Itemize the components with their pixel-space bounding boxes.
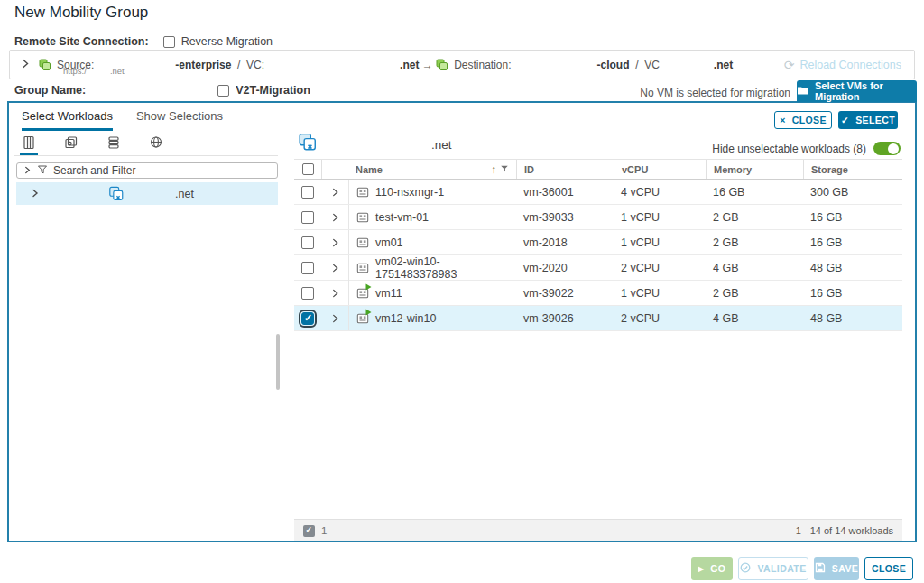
- vm-id: vm-36001: [516, 180, 614, 204]
- destination-site-icon: [436, 59, 448, 71]
- expand-chevron-icon[interactable]: [21, 59, 30, 71]
- save-floppy-icon: [815, 562, 826, 575]
- vm-storage: 16 GB: [803, 230, 902, 254]
- filter-funnel-icon: [37, 164, 48, 178]
- select-all-checkbox[interactable]: [302, 163, 314, 175]
- close-dialog-button[interactable]: CLOSE: [864, 557, 913, 580]
- source-name: -enterprise: [175, 59, 231, 71]
- row-checkbox[interactable]: [301, 312, 314, 325]
- reload-connections-button[interactable]: ⟳ Reload Connections: [784, 58, 901, 72]
- search-expand-chevron-icon[interactable]: [23, 164, 32, 177]
- tree-item-site[interactable]: .net: [16, 182, 278, 205]
- row-checkbox[interactable]: [301, 236, 314, 249]
- hcx-site-icon: [108, 186, 125, 202]
- row-checkbox[interactable]: [301, 287, 314, 300]
- table-row[interactable]: vm02-win10-1751483378983 vm-2020 2 vCPU …: [294, 255, 902, 281]
- column-vcpu[interactable]: vCPU: [614, 160, 706, 179]
- check-icon: ✓: [841, 115, 849, 125]
- vm-memory: 2 GB: [706, 205, 803, 229]
- tree-expand-chevron-icon[interactable]: [31, 188, 40, 200]
- left-pane-scrollbar[interactable]: [276, 334, 280, 390]
- vm-name: vm12-win10: [375, 312, 436, 325]
- network-icon-tab[interactable]: [147, 134, 165, 155]
- table-row[interactable]: vm01 vm-2018 1 vCPU 2 GB 16 GB: [294, 230, 902, 255]
- table-row[interactable]: test-vm-01 vm-39033 1 vCPU 2 GB 16 GB: [294, 205, 902, 230]
- selected-count: 1: [321, 525, 327, 536]
- workloads-table-footer: 1 1 - 14 of 14 workloads: [294, 519, 902, 541]
- vm-name: test-vm-01: [375, 211, 429, 224]
- storage-icon-tab[interactable]: [105, 134, 123, 155]
- arrow-right-icon: →: [422, 59, 433, 71]
- tab-show-selections[interactable]: Show Selections: [136, 109, 223, 131]
- reload-icon: ⟳: [784, 58, 795, 72]
- reverse-migration-checkbox[interactable]: [163, 36, 175, 48]
- row-expander[interactable]: [321, 306, 348, 330]
- table-row[interactable]: vm11 vm-39022 1 vCPU 2 GB 16 GB: [294, 281, 902, 306]
- pane-divider: [282, 135, 282, 541]
- row-expander[interactable]: [321, 205, 348, 229]
- table-row[interactable]: 110-nsxmgr-1 vm-36001 4 vCPU 16 GB 300 G…: [294, 180, 902, 205]
- column-storage[interactable]: Storage: [803, 160, 902, 179]
- column-memory[interactable]: Memory: [706, 160, 803, 179]
- v2t-migration-checkbox[interactable]: [217, 85, 229, 97]
- search-and-filter[interactable]: Search and Filter: [16, 162, 278, 179]
- new-mobility-group-page: New Mobility Group Remote Site Connectio…: [0, 0, 924, 583]
- go-button[interactable]: ▶ GO: [691, 557, 733, 580]
- close-button[interactable]: × CLOSE: [774, 111, 832, 129]
- vm-name: vm02-win10-1751483378983: [375, 255, 516, 281]
- vm-vcpu: 1 vCPU: [614, 205, 706, 229]
- vm-icon: [356, 262, 369, 274]
- row-expander[interactable]: [321, 255, 348, 281]
- destination-name: -cloud: [597, 59, 630, 71]
- vm-vcpu: 4 vCPU: [614, 180, 706, 204]
- vm-vcpu: 1 vCPU: [614, 230, 706, 254]
- close-x-icon: ×: [780, 115, 786, 125]
- row-checkbox[interactable]: [301, 211, 314, 224]
- vm-icon: [356, 186, 369, 199]
- workloads-table-header: Name ↑ ID vCPU Memory Storage: [294, 159, 902, 180]
- vm-memory: 4 GB: [706, 306, 803, 330]
- vm-id: vm-39022: [516, 281, 614, 305]
- column-name[interactable]: Name: [356, 164, 383, 175]
- group-name-row: Group Name: V2T-Migration: [14, 83, 310, 97]
- vm-vcpu: 2 vCPU: [614, 255, 706, 281]
- reverse-migration-label: Reverse Migration: [181, 35, 273, 48]
- row-checkbox[interactable]: [301, 262, 314, 274]
- vm-storage: 16 GB: [803, 281, 902, 305]
- column-filter-icon[interactable]: [500, 164, 509, 175]
- power-on-icon: [365, 309, 372, 316]
- group-name-input[interactable]: [91, 83, 192, 97]
- vm-storage: 300 GB: [803, 180, 902, 204]
- select-button[interactable]: ✓ SELECT: [838, 111, 898, 129]
- column-id[interactable]: ID: [516, 160, 614, 179]
- row-expander[interactable]: [321, 281, 348, 305]
- page-title: New Mobility Group: [14, 4, 148, 22]
- tab-select-workloads[interactable]: Select Workloads: [22, 109, 113, 131]
- panel-tabs: Select Workloads Show Selections: [22, 109, 223, 131]
- vm-vcpu: 2 vCPU: [614, 306, 706, 330]
- sort-ascending-icon[interactable]: ↑: [491, 163, 496, 176]
- hide-unselectable-row: Hide unselectable workloads (8): [632, 142, 901, 155]
- search-and-filter-label: Search and Filter: [53, 164, 135, 177]
- validate-button[interactable]: VALIDATE: [738, 557, 808, 580]
- validate-circle-icon: [740, 562, 751, 575]
- row-expander[interactable]: [321, 180, 348, 204]
- vm-name: vm11: [375, 287, 402, 300]
- row-expander[interactable]: [321, 230, 348, 254]
- vm-memory: 2 GB: [706, 230, 803, 254]
- vm-id: vm-2018: [516, 230, 614, 254]
- workloads-title: .net: [431, 138, 452, 152]
- datacenter-icon-tab[interactable]: [20, 134, 38, 155]
- table-row-selected[interactable]: vm12-win10 vm-39026 2 vCPU 4 GB 48 GB: [294, 306, 902, 331]
- row-checkbox[interactable]: [301, 186, 314, 199]
- save-button[interactable]: SAVE: [814, 557, 859, 580]
- reload-connections-label: Reload Connections: [799, 59, 901, 71]
- vm-icon: [356, 312, 369, 325]
- group-name-label: Group Name:: [14, 84, 86, 97]
- go-play-icon: ▶: [698, 565, 705, 573]
- hide-unselectable-toggle[interactable]: [873, 142, 901, 155]
- pagination-range: 1 - 14 of 14 workloads: [796, 525, 893, 536]
- select-vms-tab[interactable]: Select VMs for Migration: [797, 80, 917, 102]
- templates-icon-tab[interactable]: [62, 134, 80, 155]
- source-vc-label: VC:: [246, 59, 264, 71]
